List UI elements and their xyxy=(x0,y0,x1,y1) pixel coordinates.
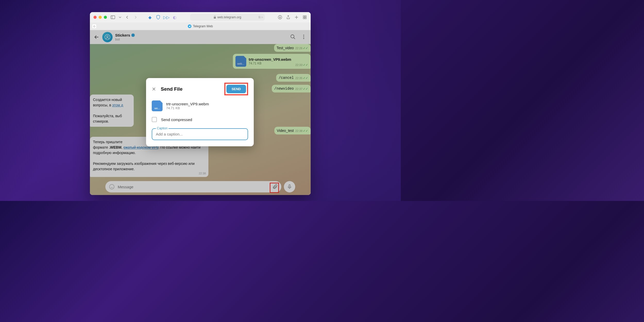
maximize-window-button[interactable] xyxy=(104,16,107,19)
close-window-button[interactable] xyxy=(94,16,97,19)
send-button[interactable]: SEND xyxy=(226,85,246,93)
address-bar[interactable]: web.telegram.org ⎘ ⟳ xyxy=(190,14,265,21)
extension-icon-3[interactable]: ◐ xyxy=(172,15,177,20)
browser-window: ◆ ▷▷ ◐ web.telegram.org ⎘ ⟳ ◇ Telegram W… xyxy=(90,12,311,195)
modal-file-row: we... trtr-unscreen_VP9.webm 74.71 KB xyxy=(152,100,248,111)
pinned-extension-icon[interactable]: ◇ xyxy=(92,24,97,29)
close-icon[interactable]: ✕ xyxy=(152,86,156,92)
lock-icon xyxy=(214,16,216,19)
url-text: web.telegram.org xyxy=(217,15,241,19)
checkbox-icon[interactable] xyxy=(152,117,157,122)
svg-rect-0 xyxy=(111,16,115,19)
send-file-modal: ✕ Send File SEND we... trtr-unscreen_VP9… xyxy=(146,78,254,146)
extension-icon-2[interactable]: ▷▷ xyxy=(164,15,169,20)
telegram-icon xyxy=(188,24,191,28)
modal-title: Send File xyxy=(161,86,220,92)
share-icon[interactable] xyxy=(286,15,291,20)
sidebar-icon[interactable] xyxy=(111,15,115,20)
file-icon: we... xyxy=(152,100,163,111)
new-tab-button[interactable] xyxy=(294,15,299,20)
tab-overview-icon[interactable] xyxy=(302,15,307,20)
download-icon[interactable] xyxy=(278,15,282,20)
reader-icon[interactable]: ⎘ ⟳ xyxy=(259,15,263,19)
chat-ui: Stickers bot Test_video22:26✓✓ web... tr… xyxy=(90,30,311,195)
tab-title: Telegram Web xyxy=(193,24,213,28)
modal-file-name: trtr-unscreen_VP9.webm xyxy=(166,102,209,106)
back-button[interactable] xyxy=(125,15,130,20)
svg-rect-5 xyxy=(303,18,304,19)
minimize-window-button[interactable] xyxy=(99,16,102,19)
forward-button[interactable] xyxy=(133,15,138,20)
svg-rect-3 xyxy=(303,16,304,17)
caption-field[interactable]: Caption xyxy=(152,128,248,140)
svg-rect-6 xyxy=(305,18,306,19)
caption-input[interactable] xyxy=(156,132,244,136)
chevron-down-icon[interactable] xyxy=(119,15,121,20)
compress-checkbox-row[interactable]: Send compressed xyxy=(152,117,248,122)
compress-label: Send compressed xyxy=(161,117,192,122)
send-button-highlight: SEND xyxy=(224,83,248,95)
titlebar: ◆ ▷▷ ◐ web.telegram.org ⎘ ⟳ xyxy=(90,12,311,22)
caption-label: Caption xyxy=(156,126,168,130)
extension-icon-1[interactable]: ◆ xyxy=(148,15,152,20)
traffic-lights xyxy=(94,16,107,19)
tab-bar: ◇ Telegram Web xyxy=(90,22,311,30)
svg-rect-4 xyxy=(305,16,306,17)
modal-file-size: 74.71 KB xyxy=(166,106,209,110)
shield-icon[interactable] xyxy=(156,15,160,20)
